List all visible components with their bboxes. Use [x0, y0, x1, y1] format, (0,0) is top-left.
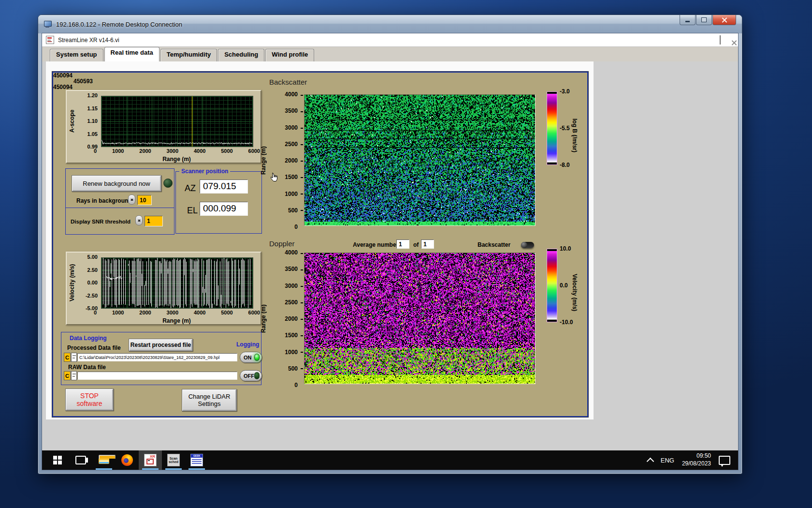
el-label: EL	[187, 206, 198, 215]
tab-wind-profile[interactable]: Wind profile	[265, 49, 314, 61]
xr-icon-label: XR	[150, 455, 155, 459]
rays-value-field[interactable]: 10	[137, 195, 152, 205]
backscatter-canvas	[304, 95, 535, 225]
ascope-ylabel: A-scope	[69, 96, 75, 146]
change-line2: Settings	[198, 400, 221, 407]
minimize-icon	[685, 21, 690, 22]
running-indicator	[96, 468, 112, 470]
tab-real-time-data[interactable]: Real time data	[104, 47, 160, 61]
rdp-window-title: 192.168.0.122 - Remote Desktop Connectio…	[56, 21, 182, 28]
app-titlebar[interactable]: StreamLine XR v14-6.vi	[42, 33, 738, 47]
processed-path-field[interactable]: C:\Lidar\Data\Proc\2023\202308\20230829\…	[77, 353, 237, 361]
language-indicator[interactable]: ENG	[661, 457, 674, 464]
geek-icon-label: GEEK	[191, 454, 203, 458]
scan-scheduler-button[interactable]: Scan sched	[162, 450, 185, 470]
y-tick-label: 3500	[285, 108, 299, 114]
log-viewer-icon: GEEK	[190, 454, 203, 466]
ascope-graph: A-scope 1.201.151.101.050.99 01000200030…	[66, 90, 261, 164]
start-button[interactable]	[46, 450, 69, 470]
az-label: AZ	[185, 184, 196, 193]
windows-logo-icon	[53, 456, 62, 464]
rdp-caption-buttons	[679, 15, 736, 25]
rdp-maximize-button[interactable]	[696, 15, 712, 25]
rdp-icon	[44, 21, 52, 28]
data-logging-title: Data Logging	[70, 335, 107, 341]
rdp-titlebar[interactable]: 192.168.0.122 - Remote Desktop Connectio…	[38, 15, 742, 33]
taskbar-clock[interactable]: 09:50 29/08/2023	[682, 452, 711, 467]
app-restore-button[interactable]	[720, 36, 721, 45]
y-axis-ticks	[301, 95, 303, 226]
y-tick-label: 1000	[285, 191, 299, 197]
y-tick-label: 1000	[285, 349, 299, 355]
backscatter-colorbar-label: log B (/m/sr)	[571, 92, 578, 179]
rays-in-background-label: Rays in background	[76, 198, 132, 204]
y-tick-label: 1.20	[87, 93, 99, 98]
system-tray: ENG 09:50 29/08/2023	[648, 450, 738, 470]
restore-icon	[720, 35, 721, 45]
action-center-icon[interactable]	[719, 456, 730, 465]
y-tick-label: 2500	[285, 299, 299, 305]
task-view-button[interactable]	[69, 450, 92, 470]
raw-drive-box[interactable]: C	[64, 371, 71, 380]
hidden-icons-chevron-icon[interactable]	[646, 457, 654, 465]
x-tick-label: 4000	[194, 149, 205, 154]
ascope-canvas	[101, 96, 253, 147]
tab-system-setup[interactable]: System setup	[50, 49, 103, 61]
y-tick-label: 4000	[285, 91, 299, 97]
y-tick-label: 500	[288, 208, 299, 213]
x-tick-label: 6000	[248, 310, 260, 315]
x-tick-label: 0	[94, 310, 97, 315]
y-tick-label: 1500	[285, 332, 299, 338]
streamline-xr-button[interactable]: XR	[139, 450, 162, 470]
raw-browse-icon[interactable]	[71, 371, 77, 380]
processed-logging-on-button[interactable]: ON	[240, 352, 262, 363]
rdp-window: 192.168.0.122 - Remote Desktop Connectio…	[38, 15, 742, 474]
y-tick-label: 3000	[285, 283, 299, 289]
background-controls-box: Renew background now Rays in background …	[65, 168, 174, 208]
snr-threshold-label: Display SNR threshold	[71, 219, 130, 225]
led-on-icon	[254, 354, 260, 361]
maximize-icon	[701, 17, 707, 22]
backscatter-toggle[interactable]	[521, 242, 534, 248]
y-tick-label: 3500	[285, 266, 299, 272]
average-number-field[interactable]: 1	[396, 239, 409, 249]
az-value: 079.015	[200, 179, 248, 194]
renew-background-led	[163, 179, 173, 188]
restart-processed-file-button[interactable]: Restart processed file	[129, 339, 193, 351]
file-explorer-button[interactable]	[92, 450, 116, 470]
logging-label: Logging	[236, 342, 259, 347]
desktop-background: 192.168.0.122 - Remote Desktop Connectio…	[0, 0, 812, 508]
of-label: of	[413, 242, 419, 248]
rays-spinner[interactable]	[128, 194, 135, 205]
stop-software-button[interactable]: STOP software	[65, 388, 114, 411]
close-icon	[722, 17, 727, 23]
processed-browse-icon[interactable]	[71, 353, 77, 362]
y-tick-label: 1.05	[87, 132, 99, 137]
file-explorer-icon	[99, 456, 109, 464]
rdp-close-button[interactable]	[712, 15, 736, 25]
clock-date: 29/08/2023	[682, 460, 711, 468]
snr-value-field[interactable]: 1	[145, 216, 163, 226]
average-total-field[interactable]: 1	[421, 239, 434, 249]
led-off-icon	[254, 372, 260, 379]
x-tick-label: 2000	[139, 149, 151, 154]
scan-icon-line1: Scan	[170, 457, 178, 460]
y-tick-label: 3000	[285, 125, 299, 131]
tab-scheduling[interactable]: Scheduling	[218, 49, 264, 61]
velocity-graph: Velocity (m/s) 5.002.500.00-2.50-5.00 01…	[66, 252, 261, 325]
raw-path-field[interactable]	[77, 372, 237, 380]
processed-drive-box[interactable]: C	[64, 353, 71, 362]
streamline-xr-icon: XR	[144, 454, 157, 466]
firefox-button[interactable]	[116, 450, 139, 470]
log-viewer-button[interactable]: GEEK	[185, 450, 208, 470]
y-tick-label: 0	[294, 224, 299, 230]
tab-temp-humidity[interactable]: Temp/humidity	[160, 49, 217, 61]
snr-spinner[interactable]	[135, 215, 143, 225]
app-caption-buttons	[709, 36, 731, 45]
raw-logging-off-button[interactable]: OFF	[240, 370, 262, 381]
doppler-title: Doppler	[269, 240, 295, 247]
renew-background-button[interactable]: Renew background now	[72, 175, 161, 192]
change-lidar-settings-button[interactable]: Change LiDAR Settings	[182, 389, 237, 411]
rdp-minimize-button[interactable]	[680, 15, 696, 25]
off-label: OFF	[244, 373, 254, 379]
